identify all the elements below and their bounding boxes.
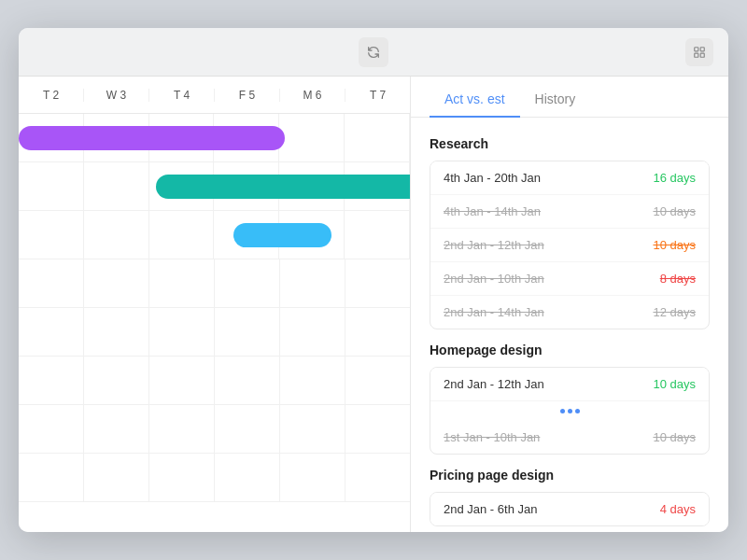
gantt-header: T 2 W 3 T 4 F 5 M 6 T 7 [19,77,410,114]
research-date-1: 4th Jan - 14th Jan [444,204,541,218]
gantt-row-7 [19,454,410,502]
research-date-3: 2nd Jan - 10th Jan [444,272,544,286]
research-date-0: 4th Jan - 20th Jan [444,171,541,185]
homepage-days-1: 10 days [653,430,696,444]
research-entry-4[interactable]: 2nd Jan - 14th Jan 12 days [430,296,709,329]
gantt-col-3: F 5 [215,89,280,102]
gantt-row-0 [19,114,410,162]
content-area: T 2 W 3 T 4 F 5 M 6 T 7 [19,77,728,532]
gantt-row-6 [19,405,410,454]
tab-act-vs-est[interactable]: Act vs. est [430,82,520,118]
research-entry-0[interactable]: 4th Jan - 20th Jan 16 days [430,161,709,195]
panel-body: Research 4th Jan - 20th Jan 16 days 4th … [411,118,728,532]
dot-1 [560,409,565,413]
gantt-col-5: T 7 [345,89,410,102]
titlebar [19,28,728,77]
tab-history[interactable]: History [520,82,591,118]
homepage-entry-1[interactable]: 1st Jan - 10th Jan 10 days [430,421,709,454]
pricing-entry-0[interactable]: 2nd Jan - 6th Jan 4 days [430,493,709,525]
svg-rect-2 [700,53,704,57]
research-days-3: 8 days [660,272,696,286]
gantt-row-5 [19,357,410,405]
gantt-col-0: T 2 [19,89,84,102]
section-title-homepage: Homepage design [430,343,710,357]
section-title-research: Research [430,136,710,151]
gantt-body [19,114,410,532]
research-date-2: 2nd Jan - 12th Jan [444,238,544,252]
research-card: 4th Jan - 20th Jan 16 days 4th Jan - 14t… [430,161,710,329]
research-days-0: 16 days [653,171,696,185]
section-title-pricing: Pricing page design [430,468,710,483]
svg-rect-1 [700,47,704,50]
tab-bar: Act vs. est History [411,77,728,118]
research-date-4: 2nd Jan - 14th Jan [444,305,544,319]
research-days-4: 12 days [653,305,696,319]
research-entry-2[interactable]: 2nd Jan - 12th Jan 10 days [430,229,709,262]
gantt-row-4 [19,308,410,357]
dot-3 [575,409,580,413]
gantt-row-2 [19,211,410,259]
homepage-entry-0[interactable]: 2nd Jan - 12th Jan 10 days [430,368,709,401]
research-days-2: 10 days [653,238,696,252]
gantt-col-4: M 6 [280,89,345,102]
pricing-card: 2nd Jan - 6th Jan 4 days [430,492,710,526]
right-panel: Act vs. est History Research 4th Jan - 2… [411,77,728,532]
homepage-date-1: 1st Jan - 10th Jan [444,430,540,444]
gantt-chart: T 2 W 3 T 4 F 5 M 6 T 7 [19,77,411,532]
homepage-card: 2nd Jan - 12th Jan 10 days 1st Jan - 10t… [430,367,710,455]
research-entry-3[interactable]: 2nd Jan - 10th Jan 8 days [430,262,709,296]
refresh-button[interactable] [359,37,388,67]
pricing-date-0: 2nd Jan - 6th Jan [444,502,537,516]
gantt-col-2: T 4 [149,89,215,102]
homepage-date-0: 2nd Jan - 12th Jan [444,377,544,391]
research-entry-1[interactable]: 4th Jan - 14th Jan 10 days [430,195,709,229]
gantt-row-3 [19,259,410,308]
research-days-1: 10 days [653,204,696,218]
app-window: T 2 W 3 T 4 F 5 M 6 T 7 [19,28,728,532]
dot-2 [568,409,572,413]
homepage-dots [430,401,709,421]
gantt-row-1 [19,162,410,211]
pricing-days-0: 4 days [660,502,696,516]
svg-rect-0 [695,47,698,50]
window-button[interactable] [685,38,713,66]
gantt-col-1: W 3 [84,89,149,102]
homepage-days-0: 10 days [653,377,696,391]
svg-rect-3 [695,53,698,57]
